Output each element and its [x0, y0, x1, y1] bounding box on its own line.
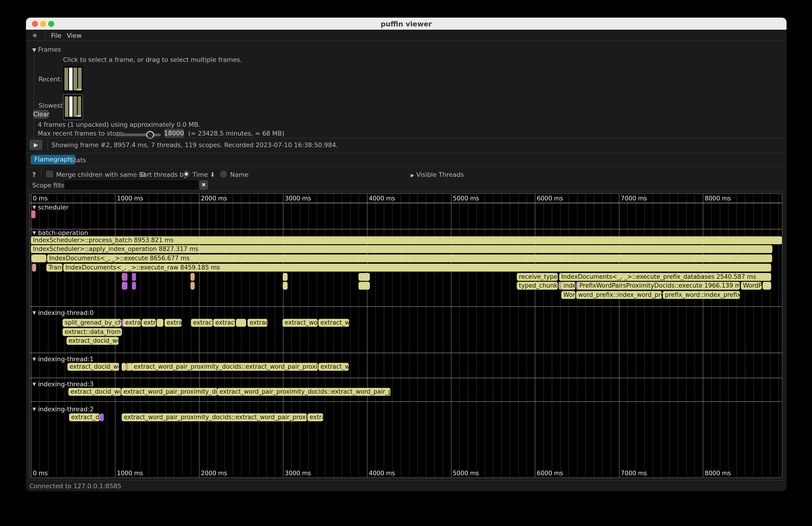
scope-bar[interactable]: extract_word_pair_proximity_docids::extr… [217, 388, 390, 396]
scope-bar[interactable] [190, 282, 195, 290]
scope-filter-input[interactable] [64, 180, 198, 190]
scope-bar[interactable] [31, 210, 35, 218]
scope-bar[interactable]: extract [123, 319, 141, 327]
scope-bar[interactable]: extract [247, 319, 267, 327]
scope-bar[interactable]: split_grenad_by_chun [62, 319, 121, 327]
scope-bar[interactable]: IndexDocuments<_, _>::execute_prefix_dat… [559, 273, 771, 281]
scope-bar[interactable] [236, 319, 246, 327]
merge-children-checkbox[interactable] [46, 171, 53, 177]
tab-flamegraph[interactable]: Flamegraph [31, 155, 75, 164]
scope-bar[interactable]: extrac [307, 413, 323, 421]
frames-hint-text: Click to select a frame, or drag to sele… [63, 56, 242, 63]
collapse-triangle-icon: ▼ [32, 310, 36, 316]
section-header[interactable]: ▼ indexing-thread:2 [32, 406, 93, 413]
visible-threads-header[interactable]: ▶ Visible Threads [411, 171, 464, 178]
scope-bar[interactable]: extract_word [282, 319, 318, 327]
scope-bar[interactable]: extract::data_from_ob [62, 328, 122, 336]
scope-bar[interactable]: extract_word_pair_proximity_docids::extr… [132, 363, 318, 371]
ruler-tick-label: 8000 ms [705, 195, 731, 202]
section-header[interactable]: ▼ indexing-thread:1 [32, 355, 93, 363]
sort-name-label[interactable]: Name [230, 171, 249, 178]
scope-bar[interactable]: extrac [164, 319, 182, 327]
scope-bar[interactable]: IndexScheduler>::apply_index_operation 8… [31, 245, 772, 253]
ruler-tick-label: 7000 ms [621, 195, 647, 202]
ruler-tick-label: 2000 ms [201, 470, 227, 477]
scope-bar[interactable]: extract_word_pair_proximity_docids [121, 388, 217, 396]
scope-bar[interactable] [763, 282, 771, 290]
app-window: puffin viewer ✳ File View ▼ Frames Click… [26, 18, 786, 491]
scope-bar[interactable]: prefix_word::index_prefix_wo [663, 291, 740, 299]
section-header[interactable]: ▼ batch-operation [32, 229, 88, 236]
sort-time-label[interactable]: Time [192, 171, 208, 178]
theme-toggle-icon[interactable]: ✳ [32, 32, 38, 39]
scope-bar[interactable]: PrefixWordPairsProximityDocids::execute … [577, 282, 740, 290]
frame-bar[interactable] [78, 68, 82, 90]
scope-bar[interactable]: extract_ [213, 319, 235, 327]
scope-bar[interactable] [283, 282, 288, 290]
scope-bar[interactable] [157, 319, 163, 327]
section-separator-line [30, 378, 782, 378]
clear-button[interactable]: Clear [33, 110, 48, 119]
scope-bar[interactable]: receive_typed_ [517, 273, 558, 281]
scope-bar[interactable]: extract_wo [318, 363, 349, 371]
frame-bar[interactable] [65, 97, 68, 117]
section-header[interactable]: ▼ indexing-thread:3 [32, 380, 93, 388]
menu-item-view[interactable]: View [67, 32, 82, 39]
collapse-triangle-icon: ▼ [32, 381, 36, 387]
scope-bar[interactable] [132, 282, 136, 290]
scope-bar[interactable] [359, 273, 370, 281]
scope-bar[interactable] [132, 273, 136, 281]
scope-bar[interactable] [123, 282, 128, 290]
scope-bar[interactable] [31, 254, 46, 262]
clear-filter-button[interactable]: ✖ [199, 180, 208, 190]
scope-bar[interactable]: extract_docid_word [68, 363, 119, 371]
scope-bar[interactable] [100, 413, 104, 421]
menu-item-file[interactable]: File [51, 32, 61, 39]
recent-frames-thumbnail[interactable] [63, 66, 83, 93]
frame-bar[interactable] [73, 97, 77, 117]
ruler-baseline [30, 203, 782, 203]
frame-bar[interactable] [78, 97, 81, 117]
scope-bar[interactable]: WordPr [741, 282, 762, 290]
scope-bar[interactable]: extract_wo [318, 319, 349, 327]
scope-bar[interactable]: typed_chunk::w [517, 282, 558, 290]
max-frames-value[interactable]: 18000 [164, 129, 184, 138]
scope-bar[interactable]: Trans [46, 264, 62, 272]
scope-bar[interactable]: IndexDocuments<_, _>::execute_raw 8459.1… [63, 264, 771, 272]
scope-bar[interactable]: extra [142, 319, 156, 327]
scope-bar[interactable]: extract_ [191, 319, 213, 327]
flamegraph-canvas[interactable]: 0 ms0 ms1000 ms1000 ms2000 ms2000 ms3000… [29, 193, 783, 478]
collapse-triangle-icon: ▶ [411, 172, 414, 178]
help-button[interactable]: ? [32, 171, 36, 178]
sort-time-radio[interactable] [183, 171, 190, 177]
scope-bar[interactable]: extract_doc [69, 413, 100, 421]
divider [41, 169, 42, 178]
play-button[interactable]: ▶ [29, 140, 42, 150]
scope-bar[interactable]: IndexDocuments<_, _>::execute 8656.677 m… [47, 254, 772, 262]
scope-bar[interactable]: word_prefix::index_word_prefix_ [576, 291, 662, 299]
slowest-frames-thumbnail[interactable] [63, 94, 83, 120]
scope-bar[interactable] [123, 273, 128, 281]
section-header[interactable]: ▼ scheduler [32, 204, 69, 211]
scope-bar[interactable]: IndexScheduler>::process_batch 8953.821 … [31, 236, 782, 244]
frame-bar[interactable] [64, 68, 68, 90]
frame-bar[interactable] [69, 97, 73, 117]
frames-section-header[interactable]: ▼ Frames [32, 46, 61, 53]
indent-line [33, 55, 34, 138]
scope-bar[interactable] [359, 282, 370, 290]
scope-bar[interactable]: Word [561, 291, 576, 299]
tab-stats[interactable]: Stats [70, 157, 86, 164]
frame-bar[interactable] [69, 68, 73, 90]
scope-bar[interactable] [190, 273, 195, 281]
scope-bar[interactable] [122, 363, 126, 371]
scope-bar[interactable]: extract_docid_word [67, 337, 119, 345]
section-header[interactable]: ▼ indexing-thread:0 [32, 309, 93, 316]
scope-bar[interactable]: extract_word_pair_proximity_docids::extr… [122, 413, 307, 421]
scope-bar[interactable] [283, 273, 288, 281]
frame-bar[interactable] [73, 68, 77, 90]
sort-name-radio[interactable] [220, 171, 227, 177]
scope-bar[interactable] [32, 264, 36, 272]
sort-direction-arrow-icon[interactable]: ⬇ [210, 171, 215, 178]
scope-bar[interactable]: index [561, 282, 576, 290]
scope-bar[interactable]: extract_docid_word [68, 388, 121, 396]
